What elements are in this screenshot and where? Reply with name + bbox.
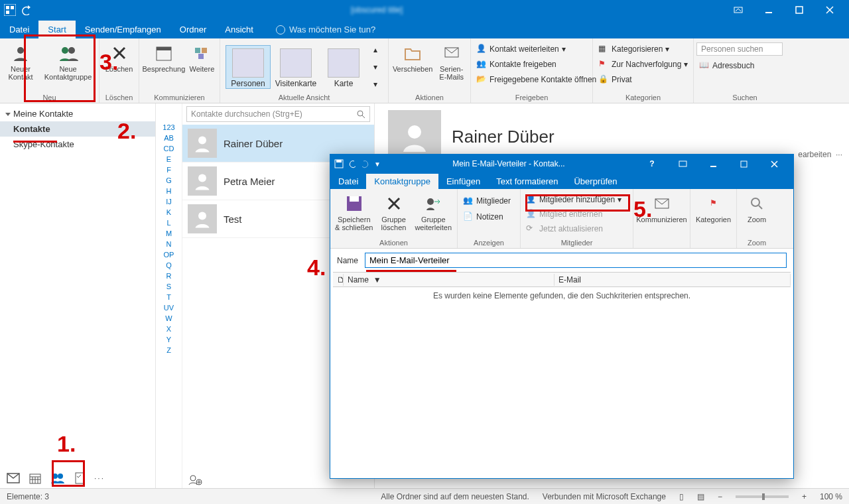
col-email[interactable]: E-Mail xyxy=(555,274,791,286)
scroll-up-icon[interactable]: ▴ xyxy=(373,45,377,54)
tab-datei[interactable]: Datei xyxy=(0,21,38,38)
view-normal-icon[interactable]: ▯ xyxy=(679,492,684,501)
alpha-M[interactable]: M xyxy=(166,229,172,237)
delete-group-button[interactable]: Gruppe löschen xyxy=(377,190,411,231)
alpha-K[interactable]: K xyxy=(166,208,171,216)
communicate-button[interactable]: Kommunizieren xyxy=(636,190,687,223)
child-tab-text[interactable]: Text formatieren xyxy=(488,174,566,189)
alpha-IJ[interactable]: IJ xyxy=(166,198,172,206)
minimize-icon[interactable] xyxy=(698,154,728,174)
alpha-Q[interactable]: Q xyxy=(166,261,172,269)
alpha-OP[interactable]: OP xyxy=(164,251,174,259)
tab-senden[interactable]: Senden/Empfangen xyxy=(76,21,170,38)
calendar-icon[interactable] xyxy=(29,472,41,484)
mail-icon[interactable] xyxy=(7,473,20,483)
private-button[interactable]: 🔒Privat xyxy=(596,73,635,86)
alpha-X[interactable]: X xyxy=(166,325,171,333)
alpha-T[interactable]: T xyxy=(166,293,171,301)
zoom-out-icon[interactable]: − xyxy=(718,492,722,501)
alpha-123[interactable]: 123 xyxy=(163,123,174,131)
col-name[interactable]: Name ▼ xyxy=(344,274,555,286)
move-button[interactable]: Verschieben xyxy=(391,40,434,73)
alpha-Y[interactable]: Y xyxy=(166,336,171,344)
group-label-suchen: Suchen xyxy=(696,94,793,103)
redo-icon[interactable] xyxy=(361,159,370,168)
view-thumb-icon xyxy=(328,48,359,78)
new-contact-group-button[interactable]: Neue Kontaktgruppe xyxy=(40,40,96,81)
categorize-button[interactable]: ▦Kategorisieren ▾ xyxy=(596,42,672,56)
tasks-icon[interactable] xyxy=(74,472,85,484)
more-button[interactable]: Weitere xyxy=(187,40,217,73)
ribbon-display-icon[interactable] xyxy=(667,154,698,174)
col-icon[interactable]: 🗋 xyxy=(333,274,344,286)
alpha-L[interactable]: L xyxy=(166,219,170,227)
tab-start[interactable]: Start xyxy=(38,21,75,38)
minimize-icon[interactable] xyxy=(753,0,784,20)
zoom-slider[interactable] xyxy=(736,495,789,498)
tab-ordner[interactable]: Ordner xyxy=(170,21,216,38)
open-shared-button[interactable]: 📂Freigegebene Kontakte öffnen xyxy=(474,73,599,86)
forward-contact-button[interactable]: 👤Kontakt weiterleiten ▾ xyxy=(474,42,568,56)
view-karte[interactable]: Karte xyxy=(321,46,366,88)
view-reading-icon[interactable]: ▤ xyxy=(697,492,704,501)
maximize-icon[interactable] xyxy=(784,0,815,20)
close-icon[interactable] xyxy=(815,0,845,20)
close-icon[interactable] xyxy=(759,154,789,174)
view-personen[interactable]: Personen xyxy=(226,45,271,89)
delete-button[interactable]: Löschen xyxy=(102,40,136,73)
maximize-icon[interactable] xyxy=(728,154,759,174)
view-visitenkarte[interactable]: Visitenkarte xyxy=(273,46,318,88)
alpha-UV[interactable]: UV xyxy=(164,304,174,312)
search-icon[interactable] xyxy=(356,109,365,119)
zoom-in-icon[interactable]: + xyxy=(802,492,807,501)
alpha-R[interactable]: R xyxy=(166,272,172,280)
qat-dropdown-icon[interactable]: ▼ xyxy=(374,160,381,168)
members-button[interactable]: 👥Mitglieder xyxy=(460,194,513,208)
people-icon[interactable] xyxy=(50,472,65,484)
alpha-W[interactable]: W xyxy=(165,314,172,322)
zoom-button[interactable]: Zoom xyxy=(740,190,774,223)
child-tab-kontaktgruppe[interactable]: Kontaktgruppe xyxy=(366,174,438,189)
alpha-index: 123ABCDEFGHIJKLMNOPQRSTUVWXYZ xyxy=(156,103,182,488)
alpha-F[interactable]: F xyxy=(166,166,171,174)
more-nav-icon[interactable]: ··· xyxy=(94,473,105,483)
nav-header[interactable]: Meine Kontakte xyxy=(0,103,155,121)
alpha-E[interactable]: E xyxy=(166,155,171,163)
tab-ansicht[interactable]: Ansicht xyxy=(216,21,263,38)
meeting-button[interactable]: Besprechung xyxy=(142,40,186,73)
undo-icon[interactable] xyxy=(20,5,31,15)
alpha-G[interactable]: G xyxy=(166,176,172,184)
alpha-S[interactable]: S xyxy=(166,283,171,290)
tell-me[interactable]: Was möchten Sie tun? xyxy=(276,21,375,38)
alpha-H[interactable]: H xyxy=(166,187,172,195)
child-tab-ueberpruefen[interactable]: Überprüfen xyxy=(566,174,625,189)
nav-item-skype[interactable]: Skype-Kontakte xyxy=(0,137,155,152)
expand-gallery-icon[interactable]: ▾ xyxy=(373,80,377,89)
categories-button[interactable]: ⚑Kategorien xyxy=(693,190,734,223)
group-name-input[interactable] xyxy=(365,253,787,268)
alpha-AB[interactable]: AB xyxy=(164,134,174,142)
alpha-Z[interactable]: Z xyxy=(166,346,171,354)
forward-group-button[interactable]: Gruppe weiterleiten xyxy=(412,190,454,231)
undo-icon[interactable] xyxy=(348,159,357,168)
search-people-input[interactable]: Personen suchen xyxy=(696,42,783,56)
search-contacts-input[interactable]: Kontakte durchsuchen (Strg+E) xyxy=(186,106,370,122)
share-contacts-button[interactable]: 👥Kontakte freigeben xyxy=(474,58,559,71)
alpha-CD[interactable]: CD xyxy=(164,145,174,153)
followup-button[interactable]: ⚑Zur Nachverfolgung ▾ xyxy=(596,58,690,71)
edit-link[interactable]: earbeiten ··· xyxy=(798,150,842,159)
add-members-button[interactable]: 👤Mitglieder hinzufügen ▾ xyxy=(523,193,624,206)
alpha-N[interactable]: N xyxy=(166,240,172,248)
child-tab-datei[interactable]: Datei xyxy=(330,174,366,189)
scroll-down-icon[interactable]: ▾ xyxy=(373,62,377,72)
mailmerge-button[interactable]: Serien- E-Mails xyxy=(435,40,468,81)
nav-item-kontakte[interactable]: Kontakte xyxy=(0,121,155,137)
new-contact-button[interactable]: Neuer Kontakt xyxy=(3,40,38,81)
child-tab-einfuegen[interactable]: Einfügen xyxy=(438,174,488,189)
addressbook-button[interactable]: 📖Adressbuch xyxy=(696,59,757,72)
save-icon[interactable] xyxy=(334,159,344,168)
help-icon[interactable]: ? xyxy=(637,154,667,174)
ribbon-display-icon[interactable] xyxy=(723,0,753,20)
notes-button[interactable]: 📄Notizen xyxy=(460,210,506,223)
save-close-button[interactable]: Speichern & schließen xyxy=(333,190,375,231)
